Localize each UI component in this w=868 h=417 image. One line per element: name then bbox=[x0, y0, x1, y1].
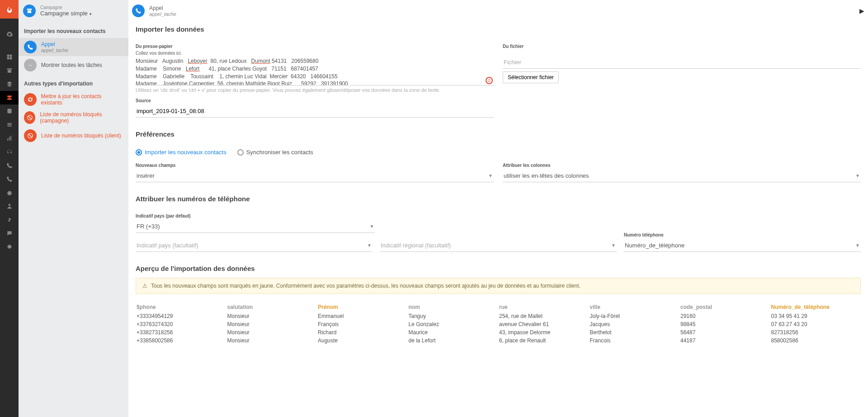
table-row: +33858002586MonsieurAugustede la Lefort6… bbox=[136, 336, 861, 345]
item-update-label: Mettre à jour les contacts existants bbox=[41, 93, 123, 106]
icon-phone[interactable] bbox=[0, 159, 19, 172]
app-logo bbox=[0, 0, 19, 19]
table-cell: 44187 bbox=[679, 336, 770, 345]
chevron-down-icon: ▼ bbox=[611, 243, 616, 248]
phone-icon bbox=[6, 162, 13, 169]
select-file-button[interactable]: Sélectionner fichier bbox=[503, 71, 559, 83]
chart-bars-icon bbox=[6, 135, 13, 142]
radio-sync[interactable]: Synchroniser les contacts bbox=[237, 149, 313, 156]
country-code-select[interactable]: FR (+33)▼ bbox=[136, 220, 375, 233]
chevron-down-icon: ▼ bbox=[855, 243, 860, 248]
attrib-select[interactable]: utiliser les en-têtes des colonnes▼ bbox=[503, 170, 861, 182]
country-opt-select[interactable]: Indicatif pays (facultatif)▼ bbox=[136, 239, 373, 252]
icon-timer[interactable] bbox=[0, 186, 19, 199]
gear-icon bbox=[6, 31, 13, 38]
minus-icon: – bbox=[24, 59, 37, 71]
item-all-label: Montrer toutes les tâches bbox=[41, 62, 102, 68]
icon-settings[interactable] bbox=[0, 240, 19, 254]
section-import-data: Importer les données bbox=[136, 25, 861, 33]
table-cell: Emmanuel bbox=[317, 312, 408, 320]
icon-gear[interactable] bbox=[0, 28, 19, 41]
icon-chat[interactable] bbox=[0, 227, 19, 240]
radio-dot-on-icon bbox=[136, 149, 142, 156]
campaign-dropdown[interactable]: Campagne simple bbox=[40, 10, 92, 17]
sidebar-header[interactable]: Campagne Campagne simple bbox=[19, 0, 128, 22]
table-header: $phonesalutationPrénomnomruevillecode_po… bbox=[136, 302, 861, 312]
cog-icon bbox=[6, 244, 13, 250]
list-icon bbox=[6, 122, 13, 128]
radio-import-new[interactable]: Importer les nouveaux contacts bbox=[136, 149, 226, 156]
table-cell: Auguste bbox=[317, 336, 408, 345]
section-other: Autres types d'importation bbox=[19, 74, 128, 90]
icon-db[interactable] bbox=[0, 104, 19, 118]
item-block2-label: Liste de numéros bloqués (client) bbox=[41, 133, 121, 139]
sidebar-item-alltasks[interactable]: – Montrer toutes les tâches bbox=[19, 56, 128, 74]
region-select[interactable]: Indicatif régional (facultatif)▼ bbox=[380, 239, 617, 252]
table-cell: Le Gonzalez bbox=[408, 320, 499, 328]
attrib-label: Attribuer les colonnes bbox=[503, 163, 861, 168]
section-assign-phone: Attribuer les numéros de téléphone bbox=[136, 195, 861, 203]
icon-archive[interactable] bbox=[0, 64, 19, 77]
icon-stats[interactable] bbox=[0, 132, 19, 145]
table-header-cell: $phone bbox=[136, 302, 226, 312]
sidebar-item-update[interactable]: Mettre à jour les contacts existants bbox=[19, 90, 128, 109]
source-label: Source bbox=[136, 98, 494, 103]
run-button[interactable]: ▶ bbox=[859, 7, 864, 14]
table-row: +33334954129MonsieurEmmanuelTanguy254, r… bbox=[136, 312, 861, 320]
sync-mode-radiogroup: Importer les nouveaux contacts Synchroni… bbox=[136, 149, 861, 156]
sidebar-item-block-campaign[interactable]: Liste de numéros bloqués (campagne) bbox=[19, 109, 128, 127]
table-cell: 827318256 bbox=[770, 328, 861, 336]
file-title: Du fichier bbox=[503, 44, 861, 49]
table-cell: +33334954129 bbox=[136, 312, 226, 320]
sidebar-item-block-client[interactable]: Liste de numéros bloqués (client) bbox=[19, 127, 128, 145]
table-cell: Berthelot bbox=[589, 328, 680, 336]
source-input[interactable] bbox=[136, 105, 494, 118]
table-cell: Monsieur bbox=[226, 328, 317, 336]
chevron-down-icon: ▼ bbox=[488, 173, 493, 178]
sidebar-item-appel[interactable]: Appel appel_tache bbox=[19, 38, 128, 56]
section-import: Importer les nouveaux contacts bbox=[19, 22, 128, 38]
icon-money[interactable] bbox=[0, 213, 19, 227]
archive-icon bbox=[6, 67, 13, 74]
section-preview: Aperçu de l'importation des données bbox=[136, 265, 861, 272]
table-header-cell: Numéro_de_téléphone bbox=[770, 302, 861, 312]
person-icon bbox=[6, 203, 13, 209]
table-header-cell: salutation bbox=[226, 302, 317, 312]
table-cell: Jacques bbox=[589, 320, 680, 328]
icon-layers[interactable] bbox=[0, 77, 19, 91]
icon-user[interactable] bbox=[0, 199, 19, 213]
table-cell: Monsieur bbox=[226, 336, 317, 345]
item-appel-title: Appel bbox=[41, 41, 68, 47]
icon-phone-missed[interactable] bbox=[0, 172, 19, 186]
grammarly-icon: G bbox=[486, 77, 493, 84]
campaign-small-label: Campagne bbox=[40, 5, 92, 10]
table-cell: Tanguy bbox=[408, 312, 499, 320]
headset-icon bbox=[6, 149, 13, 155]
table-cell: +33827318256 bbox=[136, 328, 226, 336]
table-header-cell: rue bbox=[498, 302, 589, 312]
icon-list[interactable] bbox=[0, 118, 19, 132]
icon-headset[interactable] bbox=[0, 145, 19, 159]
sidebar-panel: Campagne Campagne simple Importer les no… bbox=[19, 0, 128, 417]
page-title: Appel bbox=[149, 5, 176, 11]
table-cell: 07 63 27 43 20 bbox=[770, 320, 861, 328]
svg-point-2 bbox=[8, 204, 10, 206]
table-cell: 254, rue de Mallet bbox=[498, 312, 589, 320]
chevron-down-icon: ▼ bbox=[369, 224, 374, 229]
main: Appel appel_tache ▶ Importer les données… bbox=[128, 0, 868, 358]
chat-icon bbox=[6, 230, 13, 237]
newfields-select[interactable]: insérer▼ bbox=[136, 170, 494, 182]
file-pane: Du fichier Sélectionner fichier bbox=[503, 44, 861, 118]
layers-icon bbox=[6, 81, 13, 87]
file-input[interactable] bbox=[503, 56, 861, 69]
block-icon bbox=[24, 129, 37, 142]
table-cell: Maurice bbox=[408, 328, 499, 336]
clipboard-textarea[interactable]: Monsieur Augustin Leboyer 80, rue Ledoux… bbox=[136, 57, 494, 85]
number-select[interactable]: Numéro_de_téléphone▼ bbox=[624, 239, 861, 252]
table-cell: de la Lefort bbox=[408, 336, 499, 345]
number-label: Numéro téléphone bbox=[624, 232, 861, 237]
icon-apps[interactable] bbox=[0, 50, 19, 64]
table-row: +33763274320MonsieurFrançoisLe Gonzaleza… bbox=[136, 320, 861, 328]
table-cell: Monsieur bbox=[226, 312, 317, 320]
icon-import[interactable] bbox=[0, 91, 19, 104]
